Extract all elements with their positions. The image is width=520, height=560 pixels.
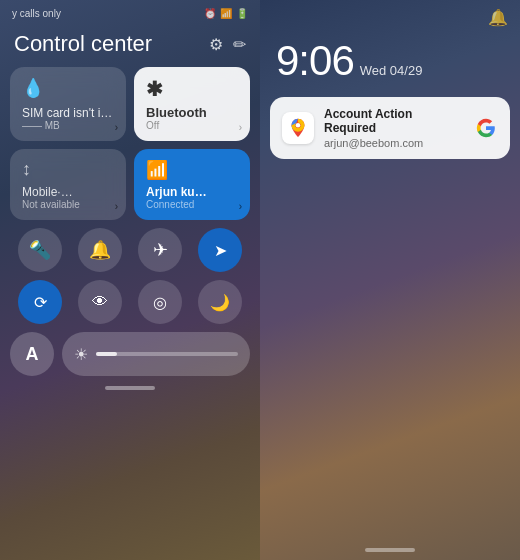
mobile-sub: Not available [22, 199, 114, 210]
notification-card[interactable]: Account Action Required arjun@beebom.com [270, 97, 510, 159]
control-header-icons: ⚙ ✏ [209, 35, 246, 54]
bottom-controls: A ☀ [0, 332, 260, 376]
mobile-tile[interactable]: ↕ Mobile·… Not available › [10, 149, 126, 220]
clock-area: 9:06 Wed 04/29 [260, 31, 520, 97]
home-indicator-right [365, 548, 415, 552]
brightness-icon: ☀ [74, 345, 88, 364]
left-panel: y calls only ⏰ 📶 🔋 Control center ⚙ ✏ 💧 … [0, 0, 260, 560]
status-bar-left: y calls only ⏰ 📶 🔋 [0, 0, 260, 23]
brightness-slider[interactable]: ☀ [62, 332, 250, 376]
settings-icon[interactable]: ⚙ [209, 35, 223, 54]
home-indicator-left [105, 386, 155, 390]
notification-app-icon [282, 112, 314, 144]
wifi-tile[interactable]: 📶 Arjun ku… Connected › [134, 149, 250, 220]
signal-icon: 📶 [220, 8, 232, 19]
bluetooth-sub: Off [146, 120, 238, 131]
notification-subtitle: arjun@beebom.com [324, 137, 464, 149]
maps-icon [287, 117, 309, 139]
google-logo [474, 116, 498, 140]
tiles-grid: 💧 SIM card isn't i… —— MB › ✱ Bluetooth … [0, 67, 260, 220]
avatar-button[interactable]: A [10, 332, 54, 376]
bt-arrow: › [239, 122, 242, 133]
sim-icon: 💧 [22, 77, 114, 99]
status-bar-right: 🔔 [260, 0, 520, 31]
wifi-arrow: › [239, 201, 242, 212]
clock-date: Wed 04/29 [360, 63, 423, 78]
edit-icon[interactable]: ✏ [233, 35, 246, 54]
bluetooth-tile[interactable]: ✱ Bluetooth Off › [134, 67, 250, 141]
bluetooth-title: Bluetooth [146, 105, 238, 120]
status-icons: ⏰ 📶 🔋 [204, 8, 248, 19]
svg-point-0 [296, 123, 301, 128]
bell-button[interactable]: 🔔 [78, 228, 122, 272]
wifi-sub: Connected [146, 199, 238, 210]
flashlight-button[interactable]: 🔦 [18, 228, 62, 272]
right-panel: 🔔 9:06 Wed 04/29 Account Action Required… [260, 0, 520, 560]
calls-only-text: y calls only [12, 8, 61, 19]
moon-button[interactable]: 🌙 [198, 280, 242, 324]
wifi-title: Arjun ku… [146, 185, 238, 199]
control-header: Control center ⚙ ✏ [0, 23, 260, 67]
notification-title: Account Action Required [324, 107, 464, 135]
clock-time: 9:06 [276, 37, 354, 85]
icon-row-2: ⟳ 👁 ◎ 🌙 [0, 280, 260, 324]
notification-bell-icon[interactable]: 🔔 [488, 8, 508, 27]
battery-icon: 🔋 [236, 8, 248, 19]
mobile-icon: ↕ [22, 159, 114, 180]
airplane-button[interactable]: ✈ [138, 228, 182, 272]
alarm-icon: ⏰ [204, 8, 216, 19]
mobile-arrow: › [115, 201, 118, 212]
brightness-track[interactable] [96, 352, 238, 356]
notification-content: Account Action Required arjun@beebom.com [324, 107, 464, 149]
sim-tile[interactable]: 💧 SIM card isn't i… —— MB › [10, 67, 126, 141]
sim-title: SIM card isn't i… [22, 106, 114, 120]
mobile-title: Mobile·… [22, 185, 114, 199]
icon-row-1: 🔦 🔔 ✈ ➤ [0, 228, 260, 272]
control-title: Control center [14, 31, 152, 57]
location-button[interactable]: ➤ [198, 228, 242, 272]
wifi-icon: 📶 [146, 159, 238, 181]
bluetooth-icon: ✱ [146, 77, 238, 101]
sim-arrow: › [115, 122, 118, 133]
sim-sub: —— MB [22, 120, 114, 131]
eye-button[interactable]: 👁 [78, 280, 122, 324]
rotate-button[interactable]: ⟳ [18, 280, 62, 324]
circle-dot-button[interactable]: ◎ [138, 280, 182, 324]
